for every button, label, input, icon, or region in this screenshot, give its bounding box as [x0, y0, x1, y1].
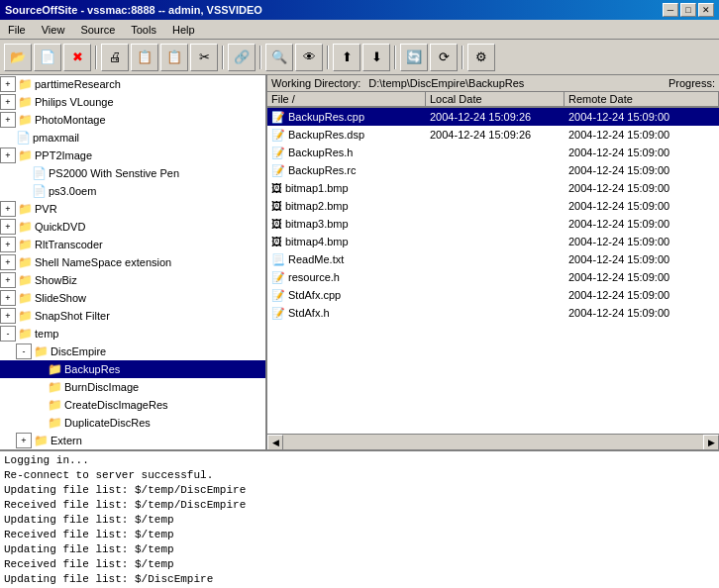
file-row[interactable]: 📝 resource.h 2004-12-24 15:09:00: [267, 268, 719, 286]
col-remote-date[interactable]: Remote Date: [565, 92, 719, 107]
h-scroll-bar[interactable]: ◀ ▶: [267, 434, 719, 449]
file-icon: 📝: [271, 129, 285, 142]
file-icon: 📃: [271, 253, 285, 266]
tree-item-pmaxmail[interactable]: 📄pmaxmail: [0, 129, 265, 147]
tb-settings-button[interactable]: ⚙: [467, 44, 495, 71]
file-icon: 📝: [271, 307, 285, 320]
file-row[interactable]: 📝 StdAfx.cpp 2004-12-24 15:09:00: [267, 286, 719, 304]
file-row[interactable]: 📝 BackupRes.h 2004-12-24 15:09:00: [267, 144, 719, 161]
tree-item-shellnamespace[interactable]: +📁Shell NameSpace extension: [0, 253, 265, 271]
tree-item-ps3oem[interactable]: 📄ps3.0oem: [0, 182, 265, 200]
tree-toggle-slideshow[interactable]: +: [0, 290, 16, 306]
file-row[interactable]: 📝 StdAfx.h 2004-12-24 15:09:00: [267, 304, 719, 322]
tree-toggle-shellnamespace[interactable]: +: [0, 254, 16, 270]
tree-item-slideshow[interactable]: +📁SlideShow: [0, 289, 265, 307]
tree-toggle-philipsVLounge[interactable]: +: [0, 94, 16, 110]
file-cell-remote: 2004-12-24 15:09:00: [565, 163, 693, 177]
tree-item-pvr[interactable]: +📁PVR: [0, 200, 265, 218]
tree-item-backupres[interactable]: 📁BackupRes: [0, 360, 265, 378]
folder-icon: 📁: [18, 309, 33, 323]
log-area: Logging in...Re-connect to server succes…: [0, 449, 719, 588]
file-cell-local: [426, 205, 565, 207]
tree-toggle-extern[interactable]: +: [16, 433, 32, 448]
tb-sync-button[interactable]: ⟳: [430, 44, 458, 71]
tree-item-discempire[interactable]: -📁DiscEmpire: [0, 343, 265, 360]
tree-toggle-temp[interactable]: -: [0, 326, 16, 342]
close-button[interactable]: ✕: [698, 3, 714, 17]
tree-toggle-ppt2image[interactable]: +: [0, 147, 16, 163]
tree-item-ppt2image[interactable]: +📁PPT2Image: [0, 147, 265, 164]
tree-toggle-photoMontage[interactable]: +: [0, 112, 16, 128]
tb-upload-button[interactable]: ⬆: [333, 44, 360, 71]
tree-toggle-quickdvd[interactable]: +: [0, 219, 16, 235]
file-name: bitmap4.bmp: [285, 236, 349, 247]
menu-tools[interactable]: Tools: [127, 23, 160, 37]
tree-item-philipsVLounge[interactable]: +📁Philips VLounge: [0, 93, 265, 111]
log-line: Re-connect to server successful.: [4, 468, 715, 483]
tb-refresh-button[interactable]: 🔄: [400, 44, 428, 71]
file-row[interactable]: 📃 ReadMe.txt 2004-12-24 15:09:00: [267, 250, 719, 268]
menu-bar: File View Source Tools Help: [0, 20, 719, 40]
tree-item-showbiz[interactable]: +📁ShowBiz: [0, 271, 265, 289]
tree-item-duplicatediscres[interactable]: 📁DuplicateDiscRes: [0, 414, 265, 432]
main-content: +📁parttimeResearch+📁Philips VLounge+📁Pho…: [0, 75, 719, 449]
tree-toggle-parttimeResearch[interactable]: +: [0, 76, 16, 92]
file-icon: 📝: [271, 164, 285, 177]
tree-label-extern: Extern: [51, 435, 82, 446]
menu-help[interactable]: Help: [168, 23, 199, 37]
col-file[interactable]: File /: [267, 92, 426, 107]
menu-source[interactable]: Source: [76, 23, 119, 37]
tree-item-quickdvd[interactable]: +📁QuickDVD: [0, 218, 265, 236]
file-icon: 🖼: [271, 236, 282, 247]
tree-toggle-snapshotfilter[interactable]: +: [0, 308, 16, 324]
h-scroll-track[interactable]: [283, 435, 703, 450]
file-row[interactable]: 🖼 bitmap1.bmp 2004-12-24 15:09:00: [267, 179, 719, 197]
menu-view[interactable]: View: [38, 23, 69, 37]
tb-copy-button[interactable]: 📋: [131, 44, 158, 71]
file-row[interactable]: 📝 BackupRes.cpp 2004-12-24 15:09:26 2004…: [267, 108, 719, 126]
tree-item-creatediscimage[interactable]: 📁CreateDiscImageRes: [0, 396, 265, 414]
tb-print-button[interactable]: 🖨: [101, 44, 129, 71]
file-row[interactable]: 🖼 bitmap4.bmp 2004-12-24 15:09:00: [267, 233, 719, 250]
h-scroll-left-button[interactable]: ◀: [267, 435, 283, 450]
tb-new-button[interactable]: 📄: [34, 44, 61, 71]
tree-item-parttimeResearch[interactable]: +📁parttimeResearch: [0, 75, 265, 93]
title-bar: SourceOffSite - vssmac:8888 -- admin, VS…: [0, 0, 719, 20]
file-row[interactable]: 🖼 bitmap3.bmp 2004-12-24 15:09:00: [267, 215, 719, 233]
tb-view-button[interactable]: 🔍: [265, 44, 293, 71]
tree-item-photoMontage[interactable]: +📁PhotoMontage: [0, 111, 265, 129]
tree-toggle-pvr[interactable]: +: [0, 201, 16, 217]
file-name: StdAfx.cpp: [288, 289, 341, 301]
menu-file[interactable]: File: [4, 23, 30, 37]
maximize-button[interactable]: □: [680, 3, 696, 17]
file-cell-remote: 2004-12-24 15:09:00: [565, 146, 693, 159]
h-scroll-right-button[interactable]: ▶: [703, 435, 719, 450]
progress-label: Progress:: [668, 77, 715, 89]
tree-item-burndiscimage[interactable]: 📁BurnDiscImage: [0, 378, 265, 396]
col-local-date[interactable]: Local Date: [426, 92, 565, 107]
file-row[interactable]: 📝 BackupRes.dsp 2004-12-24 15:09:26 2004…: [267, 126, 719, 144]
tb-cut-button[interactable]: ✂: [190, 44, 218, 71]
file-name: BackupRes.cpp: [288, 111, 364, 123]
tb-download-button[interactable]: ⬇: [362, 44, 390, 71]
tree-toggle-showbiz[interactable]: +: [0, 272, 16, 288]
minimize-button[interactable]: ─: [663, 3, 678, 17]
tb-open-button[interactable]: 📂: [4, 44, 32, 71]
file-cell-name: 📝 StdAfx.h: [267, 306, 426, 321]
tree-toggle-rltranscoder[interactable]: +: [0, 237, 16, 252]
tree-item-rltranscoder[interactable]: +📁RltTranscoder: [0, 236, 265, 253]
file-row[interactable]: 📝 BackupRes.rc 2004-12-24 15:09:00: [267, 161, 719, 179]
folder-icon: 📁: [18, 77, 33, 91]
tree-item-snapshotfilter[interactable]: +📁SnapShot Filter: [0, 307, 265, 325]
tb-delete-button[interactable]: ✖: [63, 44, 91, 71]
toolbar-sep-2: [222, 46, 224, 69]
tree-toggle-discempire[interactable]: -: [16, 343, 32, 359]
tb-eye-button[interactable]: 👁: [295, 44, 323, 71]
tb-link-button[interactable]: 🔗: [228, 44, 256, 71]
tb-copy2-button[interactable]: 📋: [160, 44, 188, 71]
file-icon: 📄: [32, 166, 47, 180]
tree-item-temp[interactable]: -📁temp: [0, 325, 265, 343]
file-row[interactable]: 🖼 bitmap2.bmp 2004-12-24 15:09:00: [267, 197, 719, 215]
tree-item-ps2000[interactable]: 📄PS2000 With Senstive Pen: [0, 164, 265, 182]
tree-item-extern[interactable]: +📁Extern: [0, 432, 265, 449]
